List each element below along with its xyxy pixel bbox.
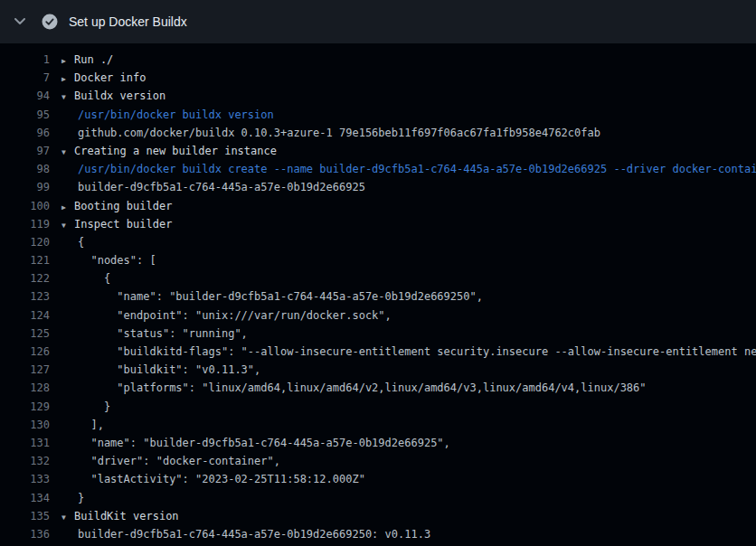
line-number[interactable]: 130	[0, 416, 50, 434]
log-text: Creating a new builder instance	[74, 142, 277, 160]
line-number[interactable]: 1	[0, 51, 50, 69]
line-number[interactable]: 128	[0, 379, 50, 397]
line-number[interactable]: 126	[0, 343, 50, 361]
log-line: 99 builder-d9cfb5a1-c764-445a-a57e-0b19d…	[0, 178, 756, 196]
log-line: 132 "driver": "docker-container",	[0, 452, 756, 470]
chevron-down-icon[interactable]	[14, 17, 27, 26]
line-number[interactable]: 119	[0, 215, 50, 233]
group-collapse-icon: ▼	[61, 509, 74, 525]
log-text: "buildkit": "v0.11.3",	[78, 361, 260, 379]
log-line[interactable]: 100 ▶ Booting builder	[0, 197, 756, 215]
log-line: 128 "platforms": "linux/amd64,linux/amd6…	[0, 379, 756, 397]
log-text: ],	[78, 416, 104, 434]
log-line: 129 }	[0, 398, 756, 416]
log-line: 123 "name": "builder-d9cfb5a1-c764-445a-…	[0, 287, 756, 306]
line-number[interactable]: 97	[0, 142, 50, 160]
log-text: {	[78, 233, 84, 251]
line-number[interactable]: 131	[0, 434, 50, 452]
log-text: builder-d9cfb5a1-c764-445a-a57e-0b19d2e6…	[78, 178, 365, 196]
check-circle-icon	[42, 14, 58, 30]
log-line: 133 "lastActivity": "2023-02-25T11:58:12…	[0, 470, 756, 488]
log-text: "buildkitd-flags": "--allow-insecure-ent…	[78, 343, 756, 361]
line-number[interactable]: 133	[0, 470, 50, 488]
log-text: "endpoint": "unix:///var/run/docker.sock…	[78, 306, 392, 325]
log-line[interactable]: 1 ▶ Run ./	[0, 51, 756, 69]
line-number[interactable]: 7	[0, 69, 50, 87]
group-collapse-icon: ▼	[61, 217, 74, 233]
line-number[interactable]: 120	[0, 233, 50, 251]
log-line: 122 {	[0, 269, 756, 287]
log-text: /usr/bin/docker buildx create --name bui…	[78, 160, 756, 178]
line-number[interactable]: 129	[0, 398, 50, 416]
line-number[interactable]: 132	[0, 452, 50, 470]
line-number[interactable]: 123	[0, 287, 50, 306]
log-line: 124 "endpoint": "unix:///var/run/docker.…	[0, 306, 756, 325]
log-text: "driver": "docker-container",	[78, 452, 280, 470]
log-line[interactable]: 94 ▼ Buildx version	[0, 87, 756, 105]
step-header[interactable]: Set up Docker Buildx	[0, 0, 756, 43]
group-expand-icon: ▶	[61, 199, 74, 215]
log-line: 130 ],	[0, 416, 756, 434]
log-line: 98 /usr/bin/docker buildx create --name …	[0, 160, 756, 178]
log-text: builder-d9cfb5a1-c764-445a-a57e-0b19d2e6…	[78, 525, 430, 543]
log-text: "platforms": "linux/amd64,linux/amd64/v2…	[78, 379, 647, 397]
log-line: 127 "buildkit": "v0.11.3",	[0, 361, 756, 379]
line-number[interactable]: 127	[0, 361, 50, 379]
group-collapse-icon: ▼	[61, 144, 74, 160]
log-text: Booting builder	[74, 197, 172, 215]
log-line: 95 /usr/bin/docker buildx version	[0, 106, 756, 124]
log-text: "lastActivity": "2023-02-25T11:58:12.000…	[78, 470, 365, 488]
line-number[interactable]: 100	[0, 197, 50, 215]
log-line: 96 github.com/docker/buildx 0.10.3+azure…	[0, 124, 756, 142]
log-text: /usr/bin/docker buildx version	[78, 106, 274, 124]
line-number[interactable]: 94	[0, 87, 50, 105]
log-text: Run ./	[74, 51, 113, 69]
log-text: "name": "builder-d9cfb5a1-c764-445a-a57e…	[78, 287, 483, 306]
line-number[interactable]: 125	[0, 325, 50, 343]
log-line: 125 "status": "running",	[0, 325, 756, 343]
log-text: Inspect builder	[74, 215, 172, 233]
line-number[interactable]: 135	[0, 507, 50, 525]
log-text: BuildKit version	[74, 507, 179, 525]
log-line: 126 "buildkitd-flags": "--allow-insecure…	[0, 343, 756, 361]
log-text: }	[78, 489, 84, 507]
log-text: "nodes": [	[78, 251, 156, 269]
log-line[interactable]: 97 ▼ Creating a new builder instance	[0, 142, 756, 160]
log-line: 121 "nodes": [	[0, 251, 756, 269]
line-number[interactable]: 136	[0, 525, 50, 543]
log-text: Docker info	[74, 69, 146, 87]
log-text: github.com/docker/buildx 0.10.3+azure-1 …	[78, 124, 600, 142]
group-collapse-icon: ▼	[61, 89, 74, 105]
line-number[interactable]: 98	[0, 160, 50, 178]
log-line: 131 "name": "builder-d9cfb5a1-c764-445a-…	[0, 434, 756, 452]
log-line: 136 builder-d9cfb5a1-c764-445a-a57e-0b19…	[0, 525, 756, 543]
step-title: Set up Docker Buildx	[69, 14, 187, 29]
line-number[interactable]: 95	[0, 106, 50, 124]
log-text: {	[78, 269, 110, 287]
log-viewer: 1 ▶ Run ./ 7 ▶ Docker info 94 ▼ Buildx v…	[0, 43, 756, 543]
log-text: }	[78, 398, 110, 416]
line-number[interactable]: 121	[0, 251, 50, 269]
log-line[interactable]: 119 ▼ Inspect builder	[0, 215, 756, 233]
log-text: Buildx version	[74, 87, 165, 105]
log-text: "status": "running",	[78, 325, 248, 343]
line-number[interactable]: 124	[0, 306, 50, 325]
line-number[interactable]: 122	[0, 269, 50, 287]
log-line[interactable]: 135 ▼ BuildKit version	[0, 507, 756, 525]
log-line: 120 {	[0, 233, 756, 251]
log-line[interactable]: 7 ▶ Docker info	[0, 69, 756, 87]
line-number[interactable]: 99	[0, 178, 50, 196]
group-expand-icon: ▶	[61, 52, 74, 69]
line-number[interactable]: 134	[0, 489, 50, 507]
group-expand-icon: ▶	[61, 71, 74, 87]
line-number[interactable]: 96	[0, 124, 50, 142]
log-line: 134 }	[0, 489, 756, 507]
log-text: "name": "builder-d9cfb5a1-c764-445a-a57e…	[78, 434, 450, 452]
